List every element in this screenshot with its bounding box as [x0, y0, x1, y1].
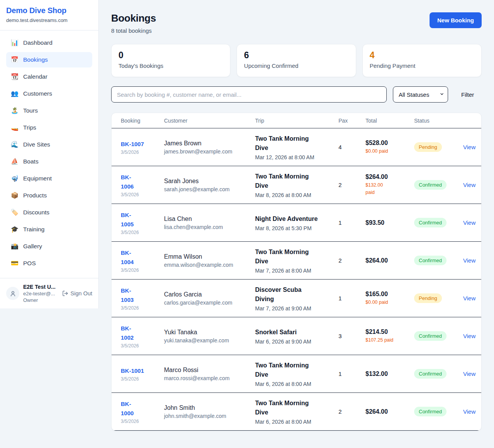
table-row: BK-1001 3/5/2026 Marco Rossi marco.rossi…	[112, 355, 481, 393]
status-badge: Pending	[414, 293, 442, 303]
pax-value: 1	[338, 219, 365, 226]
column-header-customer: Customer	[164, 118, 255, 124]
sidebar-item-boats[interactable]: ⛵ Boats	[6, 154, 92, 169]
sidebar-item-calendar[interactable]: 📆 Calendar	[6, 69, 92, 84]
customer-email: john.smith@example.com	[164, 413, 255, 419]
view-link[interactable]: View	[463, 182, 475, 188]
page-title: Bookings	[111, 12, 156, 24]
sidebar-item-dashboard[interactable]: 📊 Dashboard	[6, 35, 92, 51]
new-booking-button[interactable]: New Booking	[430, 12, 482, 28]
stats-row: 0 Today's Bookings 6 Upcoming Confirmed …	[111, 44, 482, 77]
view-link[interactable]: View	[463, 333, 475, 339]
speedboat-icon: 🚤	[11, 125, 19, 131]
column-header-booking: Booking	[121, 118, 164, 124]
trip-name: Two Tank Morning Dive	[255, 361, 338, 379]
sidebar-item-label: Tours	[23, 107, 38, 114]
trip-cell: Two Tank Morning Dive Mar 12, 2026 at 8:…	[255, 134, 338, 160]
sidebar-item-bookings[interactable]: 📅 Bookings	[6, 52, 92, 67]
filter-button[interactable]: Filter	[461, 91, 474, 98]
trip-cell: Two Tank Morning Dive Mar 6, 2026 at 8:0…	[255, 361, 338, 387]
avatar	[6, 287, 19, 300]
sidebar-item-dive-sites[interactable]: 🌊 Dive Sites	[6, 137, 92, 152]
sidebar-item-label: Products	[23, 192, 47, 199]
status-cell: Confirmed	[414, 218, 463, 227]
stat-card-todays-bookings: 0 Today's Bookings	[111, 44, 230, 77]
booking-number-link[interactable]: BK- 1005	[121, 211, 134, 229]
actions-cell: View	[463, 257, 475, 264]
view-link[interactable]: View	[463, 371, 475, 377]
island-icon: 🏝️	[11, 108, 19, 114]
booking-number-link[interactable]: BK- 1004	[121, 248, 134, 267]
status-cell: Confirmed	[414, 407, 463, 416]
search-input[interactable]	[111, 86, 387, 103]
pax-value: 2	[338, 257, 365, 264]
label-tag-icon: 🏷️	[11, 209, 19, 216]
total-bookings-count: 8 total bookings	[111, 27, 156, 34]
view-link[interactable]: View	[463, 144, 475, 150]
status-cell: Pending	[414, 293, 463, 303]
trip-name: Night Dive Adventure	[255, 214, 338, 224]
trip-cell: Two Tank Morning Dive Mar 6, 2026 at 8:0…	[255, 399, 338, 425]
package-icon: 📦	[11, 192, 19, 199]
camera-icon: 📸	[11, 243, 19, 249]
customer-name: Marco Rossi	[164, 367, 255, 374]
booking-number-link[interactable]: BK-1007	[121, 140, 144, 149]
booking-number-link[interactable]: BK-1001	[121, 366, 144, 376]
total-amount: $93.50	[365, 219, 414, 226]
booking-cell: BK-1007 3/5/2026	[121, 140, 164, 155]
diving-mask-icon: 🤿	[11, 175, 19, 182]
view-link[interactable]: View	[463, 219, 475, 226]
stat-card-upcoming-confirmed: 6 Upcoming Confirmed	[237, 44, 356, 77]
customer-name: James Brown	[164, 140, 255, 147]
trip-name: Discover Scuba Diving	[255, 285, 338, 304]
sidebar-item-customers[interactable]: 👥 Customers	[6, 86, 92, 101]
status-badge: Confirmed	[414, 407, 447, 416]
paid-amount: $0.00 paid	[365, 148, 414, 155]
person-icon	[10, 290, 16, 297]
view-link[interactable]: View	[463, 257, 475, 264]
booking-number-link[interactable]: BK- 1003	[121, 286, 134, 305]
sidebar-item-trips[interactable]: 🚤 Trips	[6, 120, 92, 135]
pax-value: 1	[338, 295, 365, 301]
sign-out-button[interactable]: Sign Out	[62, 290, 92, 296]
tear-off-calendar-icon: 📆	[11, 74, 19, 80]
table-row: BK- 1000 3/5/2026 John Smith john.smith@…	[112, 393, 481, 431]
status-cell: Pending	[414, 142, 463, 152]
booking-date: 3/5/2026	[121, 343, 164, 349]
filter-row: All Statuses Filter	[111, 86, 482, 103]
booking-number-link[interactable]: BK- 1006	[121, 173, 134, 191]
sidebar-nav: 📊 Dashboard 📅 Bookings 📆 Calendar 👥 Cust…	[0, 30, 98, 278]
sidebar-item-equipment[interactable]: 🤿 Equipment	[6, 171, 92, 186]
sidebar: Demo Dive Shop demo.test.divestreams.com…	[0, 0, 99, 308]
total-cell: $528.00 $0.00 paid	[365, 140, 414, 155]
trip-name: Two Tank Morning Dive	[255, 134, 338, 153]
booking-number-link[interactable]: BK- 1000	[121, 399, 134, 418]
table-row: BK- 1006 3/5/2026 Sarah Jones sarah.jone…	[112, 166, 481, 204]
table-row: BK- 1005 3/5/2026 Lisa Chen lisa.chen@ex…	[112, 204, 481, 242]
customer-cell: Emma Wilson emma.wilson@example.com	[164, 253, 255, 268]
actions-cell: View	[463, 333, 475, 340]
trip-datetime: Mar 8, 2026 at 5:30 PM	[255, 225, 338, 231]
sidebar-item-label: Bookings	[23, 56, 48, 63]
booking-cell: BK-1001 3/5/2026	[121, 366, 164, 382]
sidebar-item-training[interactable]: 🎓 Training	[6, 222, 92, 237]
sidebar-item-gallery[interactable]: 📸 Gallery	[6, 239, 92, 254]
sidebar-item-discounts[interactable]: 🏷️ Discounts	[6, 205, 92, 220]
view-link[interactable]: View	[463, 295, 475, 301]
trip-cell: Two Tank Morning Dive Mar 7, 2026 at 8:0…	[255, 248, 338, 274]
sidebar-item-tours[interactable]: 🏝️ Tours	[6, 103, 92, 118]
column-header-status: Status	[414, 118, 463, 124]
status-filter-select[interactable]: All Statuses	[393, 86, 448, 103]
sidebar-item-products[interactable]: 📦 Products	[6, 188, 92, 203]
sidebar-item-pos[interactable]: 💳 POS	[6, 256, 92, 271]
column-header-pax: Pax	[338, 118, 365, 124]
trip-datetime: Mar 8, 2026 at 8:00 AM	[255, 192, 338, 198]
booking-number-link[interactable]: BK- 1002	[121, 324, 134, 342]
customer-email: carlos.garcia@example.com	[164, 300, 255, 306]
wave-icon: 🌊	[11, 141, 19, 148]
total-amount: $264.00	[365, 257, 414, 264]
customer-name: Lisa Chen	[164, 216, 255, 222]
view-link[interactable]: View	[463, 408, 475, 415]
trip-datetime: Mar 6, 2026 at 8:00 AM	[255, 381, 338, 387]
total-cell: $264.00	[365, 408, 414, 415]
